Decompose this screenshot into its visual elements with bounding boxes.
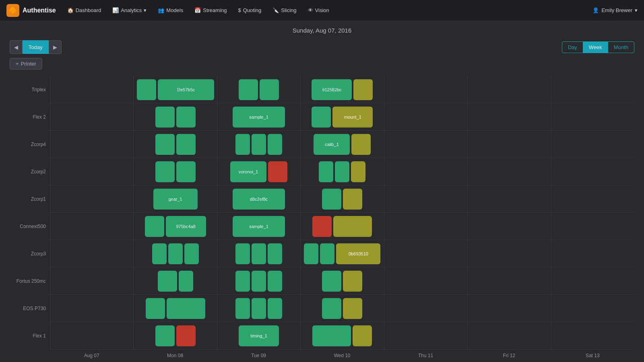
job-block[interactable] [252,243,266,264]
job-block[interactable] [268,271,282,292]
zcorp2-wed10 [301,158,384,185]
job-block[interactable] [137,79,156,100]
job-block[interactable] [353,79,373,100]
job-block[interactable] [351,161,365,182]
nav-dashboard[interactable]: 🏠 Dashboard [62,4,106,16]
nav-slicing[interactable]: 🔪 Slicing [268,4,301,16]
job-block[interactable]: 1fe57b5c [158,79,214,100]
zcorp4-aug07 [50,131,133,158]
job-block[interactable] [158,271,177,292]
job-block[interactable] [235,298,250,319]
job-block[interactable] [155,325,175,346]
job-block[interactable]: voronoi_1 [230,161,266,182]
analytics-icon: 📊 [112,7,119,13]
job-block[interactable] [176,134,196,155]
job-block[interactable] [312,107,331,128]
job-block[interactable] [155,107,175,128]
job-block[interactable] [268,134,282,155]
fortus-sat13 [551,267,634,295]
job-block[interactable] [343,298,362,319]
job-block[interactable] [322,189,341,210]
zcorp2-tue09: voronoi_1 [217,158,300,185]
job-block[interactable]: 0b693510 [336,243,380,264]
job-block[interactable]: gear_1 [153,189,198,210]
job-block[interactable]: timing_1 [239,325,279,346]
prev-button[interactable]: ◀ [10,40,23,54]
job-block[interactable]: sample_1 [233,216,285,237]
connext-thu11 [384,213,467,240]
job-block[interactable] [146,298,165,319]
user-menu[interactable]: 👤 Emily Brewer ▾ [592,7,638,13]
nav-models[interactable]: 👥 Models [153,4,188,16]
triplex-tue09 [217,76,300,103]
job-block[interactable] [155,161,175,182]
job-block[interactable] [176,107,196,128]
month-view-button[interactable]: Month [608,42,634,53]
quoting-icon: $ [238,7,241,13]
job-block[interactable] [252,134,266,155]
zcorp3-aug07 [50,240,133,267]
job-block[interactable] [312,216,332,237]
zcorp4-sat13 [551,131,634,158]
add-printer-button[interactable]: + Printer [10,58,42,70]
job-block[interactable] [322,271,341,292]
job-block[interactable] [322,298,341,319]
job-block[interactable]: 912582bc [312,79,352,100]
fortus-mon08 [134,267,217,295]
job-block[interactable] [304,243,318,264]
job-block[interactable] [168,243,183,264]
job-block[interactable] [333,216,372,237]
nav-analytics-label: Analytics [121,7,142,13]
job-block[interactable] [335,161,349,182]
job-block[interactable] [320,243,334,264]
today-button[interactable]: Today [23,40,49,54]
zcorp2-sat13 [551,158,634,185]
day-label-fri12: Fri 12 [467,351,551,358]
job-block[interactable] [268,161,287,182]
nav-vision[interactable]: 👁 Vision [303,4,334,16]
connext-mon08: 975bc4a8 [134,213,217,240]
brand[interactable]: 🔶 Authentise [6,4,56,17]
job-block[interactable] [155,134,175,155]
week-view-button[interactable]: Week [583,42,608,53]
job-block[interactable] [252,271,266,292]
day-view-button[interactable]: Day [562,42,583,53]
job-block[interactable] [152,243,167,264]
job-block[interactable]: d8c2ef8c [233,189,285,210]
day-labels: Aug 07 Mon 08 Tue 09 Wed 10 Thu 11 Fri 1… [50,351,634,358]
job-block[interactable] [252,298,266,319]
job-block[interactable] [351,134,371,155]
day-col-wed10: 912582bc mount_1 calib_1 [300,76,384,350]
job-block[interactable]: 975bc4a8 [166,216,206,237]
job-block[interactable] [268,298,282,319]
job-block[interactable] [260,79,279,100]
nav-streaming[interactable]: 📅 Streaming [190,4,231,16]
next-button[interactable]: ▶ [49,40,62,54]
job-block[interactable] [176,161,196,182]
job-block[interactable] [268,243,282,264]
job-block[interactable] [184,243,199,264]
nav-quoting[interactable]: $ Quoting [233,4,266,16]
job-block[interactable] [312,325,351,346]
job-block[interactable] [235,243,250,264]
job-block[interactable] [167,298,205,319]
job-block[interactable]: calib_1 [314,134,350,155]
streaming-icon: 📅 [194,7,201,13]
job-block[interactable] [239,79,258,100]
job-block[interactable]: mount_1 [332,107,373,128]
job-block[interactable] [353,325,372,346]
job-block[interactable]: sample_1 [233,107,285,128]
zcorp3-wed10: 0b693510 [301,240,384,267]
job-block[interactable] [343,271,362,292]
zcorp3-thu11 [384,240,467,267]
nav-analytics[interactable]: 📊 Analytics ▾ [107,4,151,16]
job-block[interactable] [145,216,164,237]
job-block[interactable] [235,271,250,292]
job-block[interactable] [319,161,333,182]
chevron-down-icon: ▾ [144,7,147,13]
job-block[interactable] [235,134,250,155]
job-block[interactable] [176,325,196,346]
job-block[interactable] [179,271,193,292]
job-block[interactable] [343,189,362,210]
printer-label-fortus: Fortus 250mc [10,267,50,295]
